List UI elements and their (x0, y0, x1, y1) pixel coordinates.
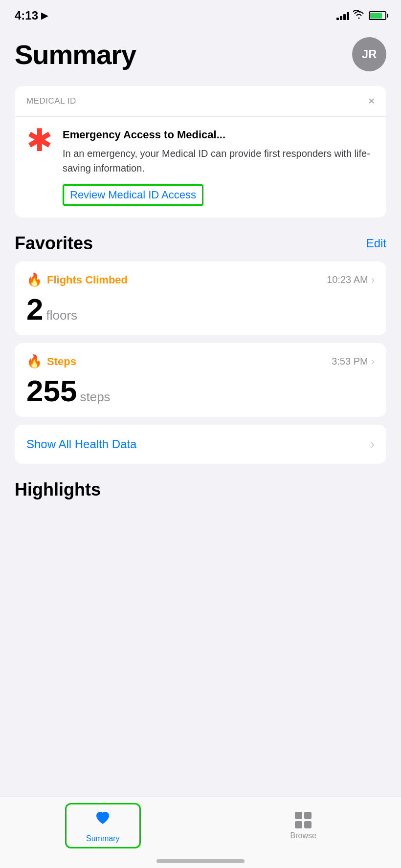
show-all-health-data-card[interactable]: Show All Health Data › (15, 425, 386, 464)
time-display: 4:13 (15, 9, 38, 22)
tab-browse[interactable]: Browse (271, 808, 336, 844)
flights-climbed-header: 🔥 Flights Climbed 10:23 AM › (26, 272, 375, 287)
summary-heart-icon (93, 808, 112, 831)
steps-label: Steps (47, 355, 76, 368)
status-bar: 4:13 ▶ (0, 0, 401, 27)
steps-number: 255 (26, 376, 77, 406)
tab-summary-label: Summary (86, 834, 119, 843)
steps-header: 🔥 Steps 3:53 PM › (26, 354, 375, 369)
medical-id-header: MEDICAL ID × (15, 86, 386, 117)
favorites-section-header: Favorites Edit (15, 233, 386, 254)
flights-climbed-card[interactable]: 🔥 Flights Climbed 10:23 AM › 2 floors (15, 261, 386, 335)
favorites-title: Favorites (15, 233, 93, 254)
status-icons (336, 10, 386, 22)
highlights-title: Highlights (15, 479, 386, 500)
medical-id-body: ✱ Emergency Access to Medical... In an e… (15, 117, 386, 217)
steps-name: 🔥 Steps (26, 354, 76, 369)
browse-grid-icon (295, 812, 312, 828)
tab-summary[interactable]: Summary (65, 803, 140, 848)
flights-climbed-value-row: 2 floors (26, 294, 375, 325)
show-all-health-data-label: Show All Health Data (26, 437, 136, 451)
avatar[interactable]: JR (352, 37, 386, 71)
home-indicator (156, 859, 245, 863)
medical-id-card: MEDICAL ID × ✱ Emergency Access to Medic… (15, 86, 386, 217)
steps-value-row: 255 steps (26, 376, 375, 406)
flights-climbed-label: Flights Climbed (47, 274, 128, 286)
tab-bar: Summary Browse (0, 797, 401, 868)
battery-icon (369, 11, 386, 20)
medical-description: In an emergency, your Medical ID can pro… (63, 146, 375, 175)
flights-climbed-timestamp: 10:23 AM (327, 274, 368, 285)
highlights-section: Highlights (15, 479, 386, 500)
page-title: Summary (15, 39, 136, 70)
medical-id-label: MEDICAL ID (26, 96, 76, 106)
steps-unit: steps (80, 390, 110, 405)
favorites-edit-button[interactable]: Edit (366, 237, 386, 250)
location-icon: ▶ (41, 10, 48, 21)
steps-flame-icon: 🔥 (26, 354, 42, 369)
show-all-chevron-icon: › (370, 436, 375, 452)
steps-card[interactable]: 🔥 Steps 3:53 PM › 255 steps (15, 343, 386, 417)
medical-title: Emergency Access to Medical... (63, 129, 375, 141)
steps-chevron-icon: › (371, 355, 375, 368)
flights-climbed-number: 2 (26, 294, 43, 325)
flights-climbed-time: 10:23 AM › (327, 274, 375, 286)
flights-climbed-name: 🔥 Flights Climbed (26, 272, 128, 287)
flights-climbed-flame-icon: 🔥 (26, 272, 42, 287)
wifi-icon (353, 10, 365, 22)
medical-id-close-button[interactable]: × (368, 95, 375, 108)
medical-asterisk-icon: ✱ (26, 125, 53, 156)
main-content: Summary JR MEDICAL ID × ✱ Emergency Acce… (0, 27, 401, 500)
steps-time: 3:53 PM › (332, 355, 375, 368)
steps-timestamp: 3:53 PM (332, 356, 368, 367)
flights-climbed-chevron-icon: › (371, 274, 375, 286)
status-time: 4:13 ▶ (15, 9, 48, 22)
tab-browse-label: Browse (290, 831, 316, 840)
flights-climbed-unit: floors (46, 308, 77, 323)
review-medical-id-link[interactable]: Review Medical ID Access (70, 189, 196, 201)
medical-text: Emergency Access to Medical... In an eme… (63, 129, 375, 206)
signal-bars-icon (336, 11, 349, 20)
page-header: Summary JR (15, 37, 386, 71)
review-link-container: Review Medical ID Access (63, 184, 203, 206)
